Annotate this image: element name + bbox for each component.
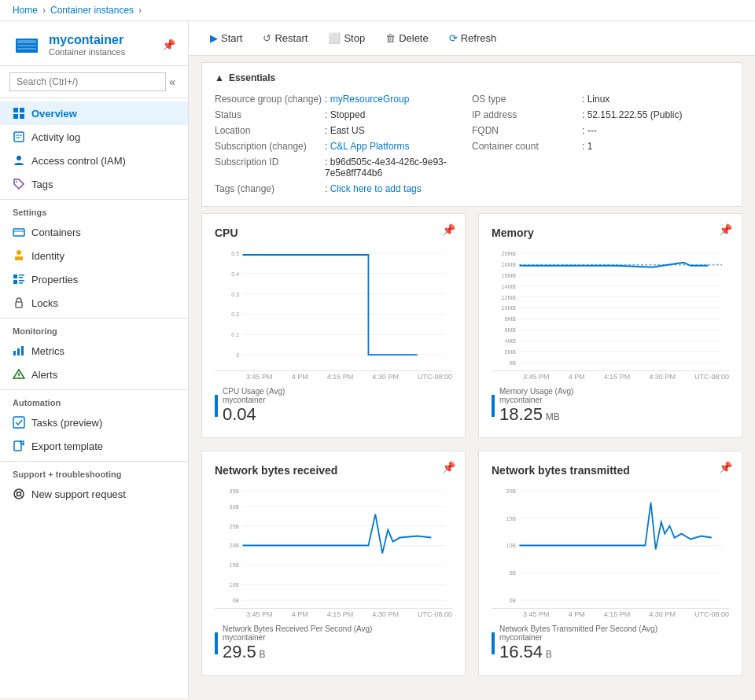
sidebar-item-support[interactable]: New support request — [0, 482, 188, 506]
sidebar-item-tags[interactable]: Tags — [0, 172, 188, 196]
svg-rect-2 — [17, 45, 36, 46]
essentials-panel: ▲ Essentials Resource group (change) : m… — [201, 62, 742, 207]
memory-legend-info: Memory Usage (Avg) mycontainer 18.25 MB — [499, 387, 573, 425]
cpu-pin-icon[interactable]: 📌 — [442, 223, 455, 236]
network-transmitted-chart-card: Network bytes transmitted 📌 20B 15B 10B — [478, 451, 742, 676]
breadcrumb-home[interactable]: Home — [13, 5, 38, 16]
svg-rect-31 — [14, 441, 21, 451]
svg-text:2MB: 2MB — [505, 348, 517, 356]
sidebar-item-export[interactable]: Export template — [0, 434, 188, 458]
network-transmitted-x-labels: 3:45 PM 4 PM 4:15 PM 4:30 PM UTC-08:00 — [492, 610, 729, 618]
stop-button[interactable]: ⬜ Stop — [319, 28, 374, 49]
sidebar-item-alerts[interactable]: Alerts — [0, 363, 188, 386]
essentials-row-subscription: Subscription (change) : C&L App Platform… — [215, 138, 472, 154]
network-received-label2: mycontainer — [223, 633, 372, 642]
sidebar-item-properties[interactable]: Properties — [0, 267, 188, 291]
memory-chart-area: 20MB 18MB 16MB 14MB 12MB 10MB 8MB 6MB 4M… — [492, 245, 729, 371]
svg-rect-3 — [17, 48, 36, 50]
svg-rect-19 — [19, 277, 23, 278]
subscription-link[interactable]: C&L App Platforms — [330, 141, 410, 152]
network-received-label1: Network Bytes Received Per Second (Avg) — [223, 624, 372, 633]
sidebar-search-container: « — [0, 66, 188, 98]
network-received-x-labels: 3:45 PM 4 PM 4:15 PM 4:30 PM UTC-08:00 — [215, 610, 452, 618]
sidebar-item-label-metrics: Metrics — [31, 345, 64, 357]
svg-text:0.4: 0.4 — [231, 270, 239, 277]
svg-text:25B: 25B — [229, 522, 239, 529]
alerts-icon — [13, 368, 25, 381]
svg-rect-16 — [15, 256, 23, 260]
sidebar-item-locks[interactable]: Locks — [0, 291, 188, 315]
cpu-value: 0.04 — [223, 404, 285, 425]
svg-rect-1 — [17, 40, 36, 43]
essentials-header[interactable]: ▲ Essentials — [215, 72, 729, 83]
memory-legend-label2: mycontainer — [499, 396, 573, 404]
network-transmitted-legend-info: Network Bytes Transmitted Per Second (Av… — [499, 624, 657, 662]
sidebar-nav: Overview Activity log Access control (IA… — [0, 98, 188, 509]
essentials-row-os: OS type : Linux — [472, 91, 729, 107]
sidebar-section-automation: Automation — [0, 389, 188, 411]
network-transmitted-chart-area: 20B 15B 10B 5B 0B — [492, 483, 729, 609]
svg-text:6MB: 6MB — [505, 326, 517, 333]
delete-button[interactable]: 🗑 Delete — [377, 28, 437, 49]
svg-rect-18 — [19, 274, 24, 276]
essentials-grid: Resource group (change) : myResourceGrou… — [215, 91, 729, 197]
essentials-row-ip: IP address : 52.151.222.55 (Public) — [472, 107, 729, 123]
memory-legend-bar — [492, 395, 495, 417]
sidebar-section-monitoring: Monitoring — [0, 318, 188, 339]
search-input[interactable] — [9, 72, 166, 91]
cpu-legend-label1: CPU Usage (Avg) — [223, 387, 285, 396]
cpu-chart-card: CPU 📌 0.5 0.4 0.3 0 — [201, 213, 466, 438]
svg-rect-20 — [13, 280, 17, 284]
network-transmitted-footer: Network Bytes Transmitted Per Second (Av… — [492, 624, 729, 662]
cpu-legend-label2: mycontainer — [223, 396, 285, 404]
identity-icon — [13, 249, 25, 262]
tasks-icon — [13, 416, 25, 429]
sidebar-item-identity[interactable]: Identity — [0, 244, 188, 267]
cpu-chart-svg: 0.5 0.4 0.3 0.2 0.1 0 — [215, 245, 452, 370]
sidebar-item-activity-log[interactable]: Activity log — [0, 125, 188, 149]
sidebar-item-tasks[interactable]: Tasks (preview) — [0, 411, 188, 434]
svg-text:10MB: 10MB — [502, 304, 517, 311]
sidebar-title-group: mycontainer Container instances — [49, 33, 125, 57]
essentials-collapse-icon: ▲ — [215, 72, 224, 83]
sidebar-item-containers[interactable]: Containers — [0, 220, 188, 244]
network-received-pin-icon[interactable]: 📌 — [442, 461, 455, 473]
sidebar-item-overview[interactable]: Overview — [0, 101, 188, 125]
charts-grid: CPU 📌 0.5 0.4 0.3 0 — [189, 213, 755, 688]
svg-text:14MB: 14MB — [502, 282, 517, 289]
sidebar-item-metrics[interactable]: Metrics — [0, 339, 188, 363]
network-transmitted-pin-icon[interactable]: 📌 — [719, 461, 732, 473]
activity-log-icon — [13, 131, 25, 143]
essentials-col-right: OS type : Linux IP address : 52.151.222.… — [472, 91, 729, 197]
sidebar-item-access-control[interactable]: Access control (IAM) — [0, 149, 188, 172]
restart-button[interactable]: ↺ Restart — [254, 28, 316, 49]
collapse-button[interactable]: « — [166, 74, 179, 90]
svg-text:5B: 5B — [509, 569, 516, 577]
refresh-button[interactable]: ⟳ Refresh — [440, 28, 506, 49]
tags-link[interactable]: Click here to add tags — [330, 183, 422, 194]
network-received-legend-bar — [215, 632, 218, 654]
pin-icon[interactable]: 📌 — [162, 39, 175, 51]
start-button[interactable]: ▶ Start — [201, 28, 251, 49]
svg-point-12 — [16, 181, 17, 182]
sidebar: mycontainer Container instances 📌 « Over… — [0, 21, 189, 698]
rg-link[interactable]: myResourceGroup — [330, 94, 410, 105]
svg-text:4MB: 4MB — [505, 337, 517, 344]
sidebar-item-label-alerts: Alerts — [31, 369, 57, 381]
sidebar-container-type: Container instances — [49, 47, 125, 57]
network-transmitted-label1: Network Bytes Transmitted Per Second (Av… — [499, 624, 657, 633]
svg-point-29 — [18, 377, 20, 378]
svg-text:10B: 10B — [229, 581, 239, 588]
sidebar-item-label-properties: Properties — [31, 274, 78, 286]
cpu-chart-area: 0.5 0.4 0.3 0.2 0.1 0 — [215, 245, 452, 371]
breadcrumb-container-instances[interactable]: Container instances — [50, 5, 134, 16]
essentials-col-left: Resource group (change) : myResourceGrou… — [215, 91, 472, 197]
network-received-chart-area: 35B 30B 25B 20B 15B 10B 0B — [215, 483, 452, 609]
sidebar-item-label-iam: Access control (IAM) — [31, 155, 126, 167]
svg-text:15B: 15B — [229, 562, 239, 569]
essentials-row-tags: Tags (change) : Click here to add tags — [215, 181, 472, 197]
support-icon — [13, 488, 25, 500]
cpu-chart-footer: CPU Usage (Avg) mycontainer 0.04 — [215, 387, 452, 425]
memory-pin-icon[interactable]: 📌 — [719, 223, 732, 236]
network-received-chart-card: Network bytes received 📌 35B 3 — [201, 451, 466, 676]
